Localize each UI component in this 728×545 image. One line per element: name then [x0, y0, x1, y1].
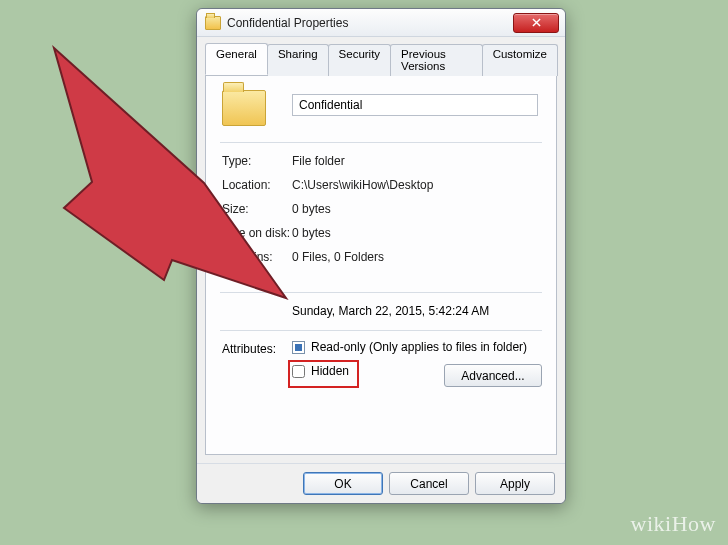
folder-icon-large [222, 90, 266, 126]
size-value: 0 bytes [292, 202, 542, 216]
close-icon [532, 18, 541, 27]
readonly-label: Read-only (Only applies to files in fold… [311, 340, 527, 354]
window-title: Confidential Properties [227, 16, 513, 30]
folder-icon [205, 16, 221, 30]
cancel-button[interactable]: Cancel [389, 472, 469, 495]
general-panel: Type: File folder Location: C:\Users\wik… [205, 76, 557, 455]
tab-general[interactable]: General [205, 43, 268, 75]
row-contains: Contains: 0 Files, 0 Folders [222, 250, 542, 264]
tab-strip: General Sharing Security Previous Versio… [205, 43, 557, 76]
row-size: Size: 0 bytes [222, 202, 542, 216]
tab-sharing[interactable]: Sharing [267, 44, 329, 76]
row-type: Type: File folder [222, 154, 542, 168]
hidden-highlight: Hidden [288, 360, 359, 388]
location-label: Location: [222, 178, 292, 192]
hidden-label: Hidden [311, 364, 349, 378]
separator [220, 330, 542, 331]
contains-label: Contains: [222, 250, 292, 264]
dialog-button-bar: OK Cancel Apply [197, 463, 565, 503]
tab-security[interactable]: Security [328, 44, 392, 76]
location-value: C:\Users\wikiHow\Desktop [292, 178, 542, 192]
ok-button[interactable]: OK [303, 472, 383, 495]
apply-button[interactable]: Apply [475, 472, 555, 495]
properties-dialog: Confidential Properties General Sharing … [196, 8, 566, 504]
row-location: Location: C:\Users\wikiHow\Desktop [222, 178, 542, 192]
readonly-checkbox-row[interactable]: Read-only (Only applies to files in fold… [292, 340, 527, 354]
readonly-checkbox[interactable] [292, 341, 305, 354]
created-value: Sunday, March 22, 2015, 5:42:24 AM [292, 304, 489, 318]
row-size-on-disk: Size on disk: 0 bytes [222, 226, 542, 240]
type-value: File folder [292, 154, 542, 168]
property-rows: Type: File folder Location: C:\Users\wik… [222, 154, 542, 274]
tab-previous-versions[interactable]: Previous Versions [390, 44, 483, 76]
tab-customize[interactable]: Customize [482, 44, 558, 76]
separator [220, 292, 542, 293]
size-on-disk-value: 0 bytes [292, 226, 542, 240]
size-label: Size: [222, 202, 292, 216]
contains-value: 0 Files, 0 Folders [292, 250, 542, 264]
size-on-disk-label: Size on disk: [222, 226, 292, 240]
separator [220, 142, 542, 143]
titlebar[interactable]: Confidential Properties [197, 9, 565, 37]
close-button[interactable] [513, 13, 559, 33]
hidden-checkbox[interactable] [292, 365, 305, 378]
attributes-label: Attributes: [222, 342, 276, 356]
advanced-button[interactable]: Advanced... [444, 364, 542, 387]
hidden-checkbox-row[interactable]: Hidden [292, 364, 349, 378]
type-label: Type: [222, 154, 292, 168]
wikihow-watermark: wikiHow [631, 511, 716, 537]
folder-name-input[interactable] [292, 94, 538, 116]
